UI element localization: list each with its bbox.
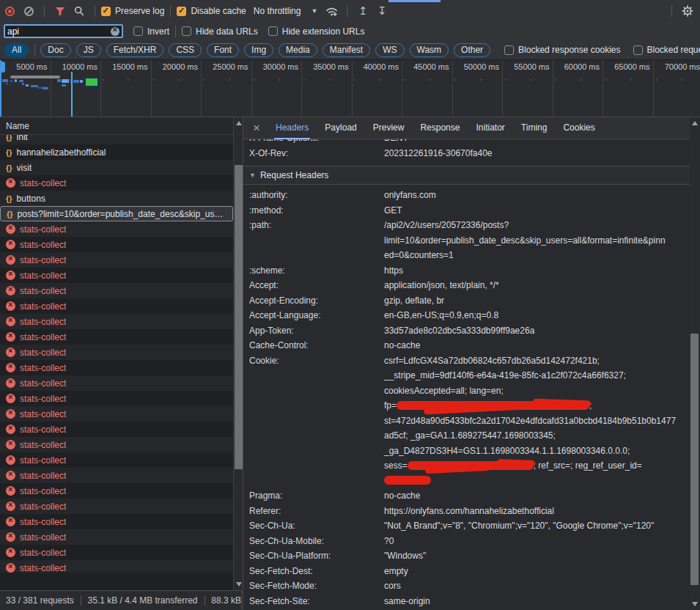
waterfall-activity-mark xyxy=(62,79,69,83)
checkbox-unchecked-icon xyxy=(633,45,643,55)
type-filter-manifest[interactable]: Manifest xyxy=(323,43,370,57)
request-row[interactable]: stats-collect xyxy=(0,221,233,237)
hide-data-urls-checkbox[interactable]: Hide data URLs xyxy=(182,26,258,37)
timeline-dot xyxy=(530,79,531,81)
type-filter-wasm[interactable]: Wasm xyxy=(410,43,449,57)
request-row[interactable]: stats-collect xyxy=(0,175,233,191)
request-headers-section-header[interactable]: ▼ Request Headers xyxy=(243,166,690,185)
request-row[interactable]: stats-collect xyxy=(0,468,233,483)
request-row[interactable]: {}buttons xyxy=(0,191,233,206)
name-column-header[interactable]: Name xyxy=(0,117,233,135)
clear-button[interactable] xyxy=(19,2,38,20)
type-filter-js[interactable]: JS xyxy=(76,43,101,57)
preserve-log-checkbox[interactable]: Preserve log xyxy=(101,6,164,16)
error-icon xyxy=(6,286,15,295)
network-conditions-button[interactable] xyxy=(322,2,341,20)
hide-extension-urls-checkbox[interactable]: Hide extension URLs xyxy=(268,26,365,37)
header-value-line: "Not_A Brand";v="8", "Chromium";v="120",… xyxy=(384,518,678,534)
request-row[interactable]: {}hannahelizabethofficial xyxy=(0,144,233,160)
search-button[interactable] xyxy=(70,2,89,20)
type-filter-css[interactable]: CSS xyxy=(169,43,202,57)
import-har-button[interactable]: ↥ xyxy=(353,2,372,20)
filter-input[interactable]: api xyxy=(4,24,123,38)
scroll-down-icon[interactable] xyxy=(692,602,698,606)
header-key: Accept-Encoding: xyxy=(243,293,384,309)
request-row[interactable]: stats-collect xyxy=(0,268,233,283)
header-row: X-Frame-Options:DENY xyxy=(243,139,690,146)
request-row[interactable]: {}posts?limit=10&order=publish_date_desc… xyxy=(0,206,233,221)
request-row[interactable]: stats-collect xyxy=(0,314,233,329)
header-key: Sec-Ch-Ua: xyxy=(243,518,384,534)
request-row[interactable]: stats-collect xyxy=(0,406,233,422)
request-row[interactable]: stats-collect xyxy=(0,283,233,298)
details-scrollbar[interactable] xyxy=(690,117,699,610)
type-filter-media[interactable]: Media xyxy=(279,43,317,57)
tab-payload[interactable]: Payload xyxy=(323,117,358,139)
header-value-line: csrf=LdfcGX4Sa72db06824c657db26a5d142472… xyxy=(384,353,678,369)
request-row[interactable]: stats-collect xyxy=(0,252,233,268)
request-row[interactable]: stats-collect xyxy=(0,360,233,375)
scroll-up-icon[interactable] xyxy=(692,121,698,125)
scrollbar-thumb[interactable] xyxy=(235,165,243,469)
scrollbar-thumb[interactable] xyxy=(690,334,699,585)
header-key: :authority: xyxy=(243,188,384,203)
throttling-dropdown[interactable]: No throttling ▼ xyxy=(254,6,318,16)
request-row[interactable]: stats-collect xyxy=(0,452,233,468)
request-row[interactable]: stats-collect xyxy=(0,391,233,406)
type-filter-ws[interactable]: WS xyxy=(375,43,404,57)
tab-cookies[interactable]: Cookies xyxy=(561,117,596,139)
request-row[interactable]: stats-collect xyxy=(0,298,233,314)
scroll-up-icon[interactable] xyxy=(236,121,242,125)
error-icon xyxy=(6,532,15,542)
request-row[interactable]: stats-collect xyxy=(0,422,233,437)
request-row[interactable]: stats-collect xyxy=(0,375,233,391)
filter-checkbox-blocked-requests[interactable]: Blocked requests xyxy=(633,45,700,55)
tab-initiator[interactable]: Initiator xyxy=(474,117,506,139)
request-name: stats-collect xyxy=(20,332,66,342)
request-row[interactable]: stats-collect xyxy=(0,499,233,514)
close-details-icon[interactable]: × xyxy=(246,121,268,136)
timeline-dot xyxy=(480,79,482,81)
funnel-icon xyxy=(55,7,65,16)
type-filter-doc[interactable]: Doc xyxy=(40,43,70,57)
request-row[interactable]: stats-collect xyxy=(0,483,233,499)
request-row[interactable]: stats-collect xyxy=(0,560,233,573)
request-row[interactable]: stats-collect xyxy=(0,545,233,560)
request-row[interactable]: stats-collect xyxy=(0,345,233,360)
header-value-line: empty xyxy=(384,564,678,579)
settings-button[interactable] xyxy=(678,2,697,20)
disable-cache-checkbox[interactable]: Disable cache xyxy=(177,6,246,16)
request-row[interactable]: stats-collect xyxy=(0,529,233,545)
tab-preview[interactable]: Preview xyxy=(372,117,406,139)
request-row[interactable]: stats-collect xyxy=(0,437,233,452)
request-list-scrollbar[interactable] xyxy=(233,117,243,590)
filter-toggle-button[interactable] xyxy=(51,2,70,20)
clear-filter-icon[interactable] xyxy=(111,27,119,36)
type-filter-other[interactable]: Other xyxy=(454,43,490,57)
timeline-tick-label: 50000 ms xyxy=(446,62,499,71)
header-value-line: GET xyxy=(384,203,678,218)
header-value: "Not_A Brand";v="8", "Chromium";v="120",… xyxy=(384,518,690,534)
scroll-down-icon[interactable] xyxy=(236,582,242,587)
type-filter-font[interactable]: Font xyxy=(207,43,239,57)
request-row[interactable]: stats-collect xyxy=(0,514,233,529)
type-filter-img[interactable]: Img xyxy=(244,43,273,57)
network-overview-timeline[interactable]: 5000 ms10000 ms15000 ms20000 ms25000 ms3… xyxy=(0,60,700,117)
filter-checkbox-blocked-response-cookies[interactable]: Blocked response cookies xyxy=(504,45,620,55)
type-filter-all[interactable]: All xyxy=(4,43,29,57)
tab-response[interactable]: Response xyxy=(419,117,461,139)
header-key: Sec-Ch-Ua-Mobile: xyxy=(243,534,384,549)
tab-timing[interactable]: Timing xyxy=(520,117,549,139)
tab-headers[interactable]: Headers xyxy=(274,117,310,139)
record-button[interactable] xyxy=(0,2,19,20)
requests-panel: Name {}init{}hannahelizabethofficial{}vi… xyxy=(0,117,233,610)
network-toolbar: Preserve log Disable cache No throttling… xyxy=(0,0,700,22)
request-row[interactable]: {}init xyxy=(0,135,233,144)
request-row[interactable]: stats-collect xyxy=(0,329,233,345)
disable-cache-label: Disable cache xyxy=(191,6,246,16)
request-row[interactable]: {}visit xyxy=(0,160,233,175)
export-har-button[interactable]: ↧ xyxy=(372,2,391,20)
type-filter-fetch-xhr[interactable]: Fetch/XHR xyxy=(106,43,164,57)
invert-checkbox[interactable]: Invert xyxy=(133,26,169,37)
request-row[interactable]: stats-collect xyxy=(0,237,233,252)
